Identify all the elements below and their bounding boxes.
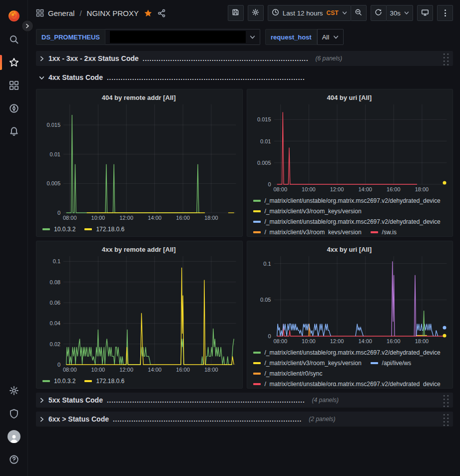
legend-item[interactable]: /_matrix/client/r0/sync — [253, 370, 323, 377]
breadcrumb-folder[interactable]: General — [48, 9, 74, 17]
redacted-value — [110, 31, 246, 43]
row-4xx[interactable]: 4xx Status Code ........................… — [36, 70, 453, 85]
x-axis-tick: 18:00 — [415, 186, 429, 192]
sidebar-item-server-admin[interactable] — [0, 402, 28, 425]
refresh-button[interactable] — [371, 5, 387, 21]
legend-item[interactable]: 10.0.3.2 — [42, 378, 75, 385]
timezone-label: CST — [327, 9, 339, 16]
series-end-dot — [443, 181, 447, 184]
legend-item[interactable]: 10.0.3.2 — [42, 226, 75, 233]
y-axis-tick: 0.1 — [249, 261, 271, 267]
favorite-star-icon[interactable] — [144, 9, 152, 17]
chart-plot-area[interactable]: 00.020.040.060.080.1 — [63, 256, 236, 365]
sidebar-expand-button[interactable] — [21, 20, 33, 32]
refresh-interval-picker[interactable]: 30s — [386, 5, 414, 21]
x-axis-tick: 16:00 — [387, 186, 401, 192]
x-axis-tick: 12:00 — [330, 186, 344, 192]
legend-swatch — [253, 352, 261, 354]
legend-item[interactable]: /_matrix/client/unstable/org.matrix.msc2… — [253, 349, 441, 356]
chart-x-axis: 08:0010:0012:0014:0016:0018:00 — [63, 213, 236, 223]
refresh-interval-label: 30s — [390, 9, 401, 17]
panel-title[interactable]: 404 by uri [All] — [249, 91, 450, 104]
x-axis-tick: 18:00 — [204, 215, 218, 221]
legend-swatch — [371, 231, 378, 233]
legend-item[interactable]: /_matrix/client/v3/room_keys/version — [253, 208, 362, 215]
chart-svg — [63, 104, 236, 213]
panel-title[interactable]: 404 by remote addr [All] — [38, 91, 239, 104]
panel-title[interactable]: 4xx by remote addr [All] — [38, 243, 239, 256]
legend-swatch — [371, 362, 378, 364]
legend-item[interactable]: 172.18.0.6 — [84, 226, 124, 233]
row-drag-handle[interactable] — [442, 51, 449, 65]
chart-plot-area[interactable]: 00.0050.010.015 — [274, 104, 447, 184]
panel-4xx-by-uri: 4xx by uri [All] 00.050.1 08:0010:0012:0… — [247, 241, 454, 389]
time-range-label: Last 12 hours — [283, 9, 323, 17]
sidebar-item-help[interactable] — [0, 448, 28, 471]
row-1xx-3xx-2xx[interactable]: 1xx - 3xx - 2xx Status Code ............… — [36, 51, 453, 66]
legend-item[interactable]: /_matrix/client/unstable/org.matrix.msc2… — [253, 197, 441, 204]
zoom-out-icon — [355, 8, 362, 17]
zoom-out-button[interactable] — [351, 5, 367, 21]
tv-mode-button[interactable] — [417, 5, 433, 21]
main-area: General / NGINX PROXY — [28, 0, 460, 476]
sidebar-item-explore[interactable] — [0, 97, 28, 120]
chevron-down-icon — [39, 75, 44, 80]
chart-plot-area[interactable]: 00.0050.010.015 — [63, 104, 236, 213]
row-5xx[interactable]: 5xx Status Code ........................… — [36, 393, 453, 408]
y-axis-tick: 0 — [249, 333, 271, 339]
row-title: 1xx - 3xx - 2xx Status Code — [48, 54, 139, 62]
legend-row: /_matrix/client/v3/room_keys/version — [253, 206, 450, 216]
panel-4xx-by-remote-addr: 4xx by remote addr [All] 00.020.040.060.… — [36, 241, 243, 389]
save-dashboard-button[interactable] — [228, 5, 244, 21]
legend-label: /_matrix/client/v3/room_keys/version — [265, 208, 362, 215]
time-range-picker[interactable]: Last 12 hours CST — [268, 5, 351, 21]
apps-grid-icon[interactable] — [36, 9, 44, 17]
gear-icon — [252, 8, 259, 17]
chevron-down-icon — [333, 34, 339, 40]
legend-item[interactable]: /api/live/ws — [371, 360, 412, 367]
sidebar-item-search[interactable] — [0, 28, 28, 51]
legend-item[interactable]: /_matrix/client/v3/room_keys/version — [253, 360, 362, 367]
legend-label: /sw.js — [382, 229, 397, 235]
legend-label: /_matrix/client/v3/room_keys/version — [265, 360, 362, 367]
panel-grid-4xx: 4xx by remote addr [All] 00.020.040.060.… — [36, 241, 453, 389]
kebab-menu-icon — [445, 9, 446, 16]
legend-swatch — [84, 380, 92, 382]
avatar — [7, 430, 20, 443]
chevron-right-icon — [39, 417, 44, 422]
row-drag-handle[interactable] — [442, 412, 449, 426]
sidebar-item-dashboards[interactable] — [0, 74, 28, 97]
legend-item[interactable]: /_matrix/client/v3/room_keys/version — [253, 229, 362, 235]
x-axis-tick: 14:00 — [148, 367, 162, 373]
legend-item[interactable]: 172.18.0.6 — [84, 378, 124, 385]
sidebar-item-configuration[interactable] — [0, 379, 28, 402]
sidebar-item-starred[interactable] — [0, 51, 28, 74]
chart-plot-area[interactable]: 00.050.1 — [274, 256, 447, 336]
share-icon[interactable] — [157, 9, 166, 17]
y-axis-tick: 0.005 — [38, 180, 60, 186]
request-host-select[interactable]: All — [317, 29, 344, 45]
chevron-down-icon — [342, 10, 347, 15]
row-panel-count: (4 panels) — [312, 397, 339, 404]
panel-404-by-remote-addr: 404 by remote addr [All] 00.0050.010.015… — [36, 89, 243, 237]
more-options-button[interactable] — [437, 5, 453, 21]
legend-item[interactable]: /sw.js — [371, 229, 397, 235]
refresh-controls: 30s — [371, 5, 414, 21]
row-6xx[interactable]: 6xx > Status Code ......................… — [36, 412, 453, 427]
dashboard-settings-button[interactable] — [248, 5, 264, 21]
ds-prometheus-select[interactable] — [105, 29, 260, 45]
y-axis-tick: 0.01 — [249, 138, 271, 144]
legend-item[interactable]: /_matrix/client/unstable/org.matrix.msc2… — [253, 381, 441, 387]
panel-title[interactable]: 4xx by uri [All] — [249, 243, 450, 256]
chevron-down-icon — [250, 34, 255, 40]
search-icon — [9, 34, 19, 44]
toolbar: Last 12 hours CST 30s — [228, 5, 453, 21]
row-drag-handle[interactable] — [442, 393, 449, 407]
sidebar-item-profile[interactable] — [0, 425, 28, 448]
sidebar-item-alerting[interactable] — [0, 120, 28, 143]
y-axis-tick: 0.015 — [38, 122, 60, 128]
legend-item[interactable]: /_matrix/client/unstable/org.matrix.msc2… — [253, 218, 441, 225]
breadcrumb-dashboard-title[interactable]: NGINX PROXY — [87, 9, 139, 17]
legend-row: /_matrix/client/v3/room_keys/version/sw.… — [253, 227, 450, 234]
legend-label: /_matrix/client/unstable/org.matrix.msc2… — [265, 349, 441, 356]
